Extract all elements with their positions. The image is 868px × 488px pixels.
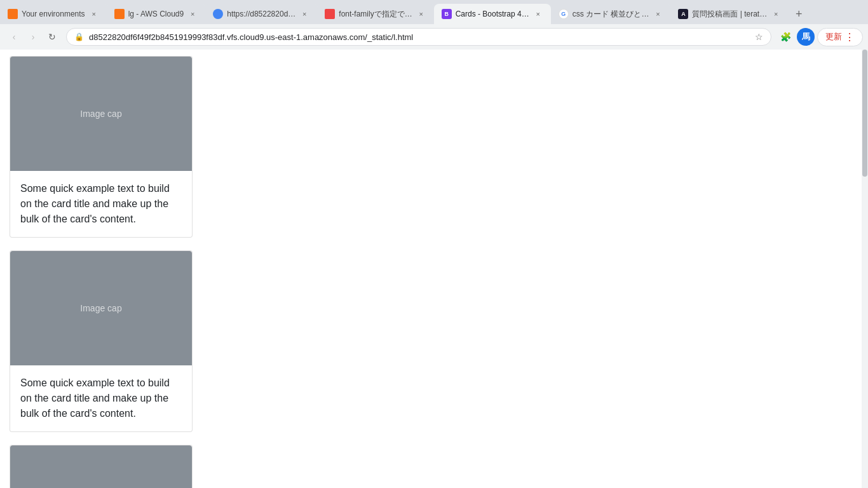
tab-bar: Your environments × lg - AWS Cloud9 × ht… — [0, 0, 868, 24]
tab-your-environments[interactable]: Your environments × — [0, 4, 107, 24]
address-bar-row: ‹ › ↻ 🔒 d8522820df6f49f2b8451919993f83df… — [0, 24, 868, 50]
profile-button[interactable]: 馬 — [797, 28, 815, 46]
tab-favicon-6: G — [559, 9, 569, 19]
tab-favicon-5: B — [442, 9, 452, 19]
tab-cards-bootstrap[interactable]: B Cards - Bootstrap 4… × — [434, 4, 551, 24]
card-2-image-cap-text: Image cap — [80, 303, 121, 313]
new-tab-button[interactable]: + — [789, 4, 809, 24]
tab-favicon-4 — [325, 9, 335, 19]
tab-favicon-7: A — [678, 9, 688, 19]
tab-close-1[interactable]: × — [89, 9, 99, 19]
card-1-text: Some quick example text to build on the … — [20, 181, 182, 227]
tab-label-5: Cards - Bootstrap 4… — [456, 10, 529, 18]
card-3-image — [10, 445, 192, 488]
tab-close-4[interactable]: × — [416, 9, 426, 19]
card-2-text: Some quick example text to build on the … — [20, 376, 182, 421]
tab-font-family[interactable]: font-familyで指定で… × — [317, 4, 433, 24]
browser-chrome: Your environments × lg - AWS Cloud9 × ht… — [0, 0, 868, 488]
tab-question[interactable]: A 質問投稿画面 | terat… × — [670, 4, 789, 24]
tab-url[interactable]: https://d8522820d… × — [205, 4, 317, 24]
refresh-button[interactable]: ↻ — [43, 28, 61, 46]
tab-label-6: css カード 横並びと… — [573, 9, 649, 20]
address-actions: 🧩 馬 更新 ⋮ — [776, 28, 863, 46]
scrollbar[interactable] — [862, 50, 868, 488]
update-label: 更新 — [825, 31, 842, 43]
tab-label-3: https://d8522820d… — [227, 10, 295, 18]
scrollbar-thumb[interactable] — [862, 50, 867, 177]
bookmark-icon[interactable]: ☆ — [755, 32, 763, 42]
tab-aws-cloud9[interactable]: lg - AWS Cloud9 × — [107, 4, 206, 24]
lock-icon: 🔒 — [74, 32, 84, 41]
tab-close-6[interactable]: × — [653, 9, 663, 19]
nav-buttons: ‹ › ↻ — [5, 28, 61, 46]
tab-css-card[interactable]: G css カード 横並びと… × — [551, 4, 671, 24]
tab-favicon-1 — [8, 9, 18, 19]
tab-close-7[interactable]: × — [771, 9, 781, 19]
card-1-image-cap-text: Image cap — [80, 109, 121, 119]
tab-label-1: Your environments — [22, 10, 85, 18]
page-content: Image cap Some quick example text to bui… — [0, 50, 868, 488]
card-2-body: Some quick example text to build on the … — [10, 365, 192, 431]
tab-close-2[interactable]: × — [187, 9, 198, 19]
tab-favicon-3 — [213, 9, 223, 19]
card-2: Image cap Some quick example text to bui… — [10, 250, 193, 432]
forward-button[interactable]: › — [24, 28, 42, 46]
back-button[interactable]: ‹ — [5, 28, 23, 46]
card-1-body: Some quick example text to build on the … — [10, 171, 192, 237]
card-2-image: Image cap — [10, 251, 192, 365]
extensions-icon[interactable]: 🧩 — [776, 28, 794, 46]
card-3 — [10, 445, 193, 488]
tab-close-5[interactable]: × — [533, 9, 543, 19]
tab-label-2: lg - AWS Cloud9 — [128, 10, 184, 18]
menu-dots[interactable]: ⋮ — [844, 31, 855, 43]
address-bar[interactable]: 🔒 d8522820df6f49f2b8451919993f83df.vfs.c… — [66, 28, 771, 46]
card-1: Image cap Some quick example text to bui… — [10, 56, 193, 238]
tab-label-7: 質問投稿画面 | terat… — [692, 9, 767, 20]
update-button[interactable]: 更新 ⋮ — [817, 28, 863, 46]
url-text: d8522820df6f49f2b8451919993f83df.vfs.clo… — [89, 32, 750, 42]
tab-close-3[interactable]: × — [299, 9, 309, 19]
tab-label-4: font-familyで指定で… — [339, 9, 412, 20]
tab-favicon-2 — [114, 9, 125, 19]
card-1-image: Image cap — [10, 57, 192, 171]
